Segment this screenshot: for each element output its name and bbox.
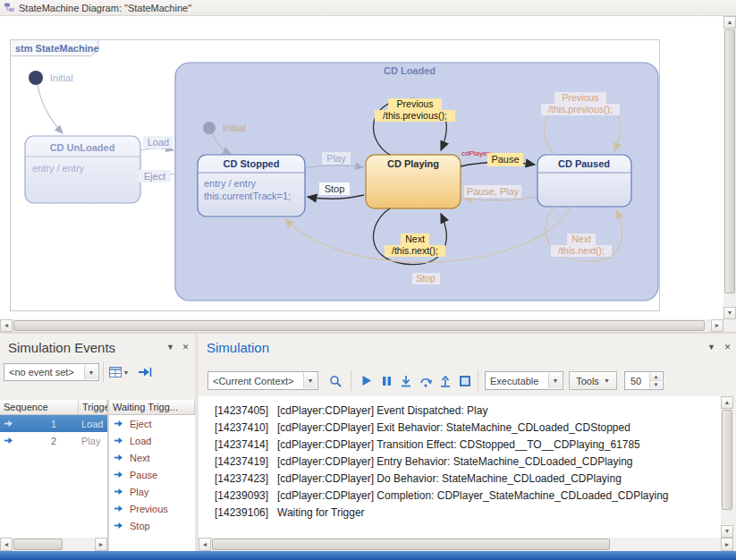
speed-spinner[interactable]: 50 ▲ ▼ (624, 371, 664, 390)
chevron-down-icon[interactable]: ▼ (84, 365, 97, 379)
hscroll-thumb[interactable] (13, 539, 63, 550)
hscroll-thumb[interactable] (212, 539, 610, 550)
trigger-icon (114, 436, 125, 445)
log-message: [cdPlayer:CDPlayer] Exit Behavior: State… (277, 421, 630, 434)
waiting-trigger-load[interactable]: Load (109, 432, 195, 449)
panel-menu-icon[interactable]: ▼ (705, 341, 718, 354)
transition-label-stop[interactable]: Stop (319, 182, 350, 195)
scroll-down-icon[interactable]: ▼ (723, 307, 736, 319)
initial-node-outer[interactable]: Initial (29, 71, 73, 85)
scroll-left-icon[interactable]: ◄ (199, 538, 211, 551)
label-pause-context: cdPlayer: (461, 149, 491, 157)
simulation-log[interactable]: [14237405][cdPlayer:CDPlayer] Event Disp… (199, 396, 721, 538)
event-list-view-button[interactable]: ▼ (106, 363, 131, 381)
log-vscrollbar[interactable]: ▲ ▼ (721, 396, 733, 538)
scroll-right-icon[interactable]: ► (711, 319, 723, 332)
waiting-trigger-pause[interactable]: Pause (109, 466, 195, 483)
scroll-left-icon[interactable]: ◄ (0, 538, 13, 551)
mode-combo[interactable]: Executable ▼ (485, 371, 563, 390)
state-cd-playing[interactable]: CD Playing (366, 155, 461, 208)
waiting-trigger-previous[interactable]: Previous (109, 500, 195, 517)
chevron-down-icon[interactable]: ▼ (548, 373, 562, 388)
transition-label-pause-play[interactable]: Pause, Play (464, 185, 521, 198)
tools-button-label: Tools (576, 376, 599, 386)
log-hscrollbar[interactable]: ◄ ► (199, 538, 733, 551)
step-into-button[interactable] (397, 371, 415, 390)
log-line: [14239106]Waiting for Trigger (199, 504, 721, 521)
label-next-effect-text: /this.next(); (392, 245, 438, 256)
event-set-combo[interactable]: <no event set> ▼ (4, 363, 99, 381)
log-timestamp: [14239106] (215, 506, 277, 519)
scroll-right-icon[interactable]: ► (721, 538, 733, 551)
log-message: [cdPlayer:CDPlayer] Transition Effect: C… (277, 438, 640, 451)
state-title-playing: CD Playing (387, 158, 439, 169)
scroll-up-icon[interactable]: ▲ (723, 16, 736, 29)
run-simulation-button[interactable] (358, 371, 376, 390)
scroll-down-icon[interactable]: ▼ (721, 525, 733, 538)
waiting-trigger-eject[interactable]: Eject (109, 415, 195, 432)
log-message: [cdPlayer:CDPlayer] Do Behavior: StateMa… (277, 472, 622, 485)
transition-initial-to-unloaded[interactable] (38, 85, 63, 133)
hscroll-thumb[interactable] (13, 320, 705, 331)
log-timestamp: [14237419] (215, 455, 277, 468)
panel-close-icon[interactable]: ✕ (179, 341, 192, 354)
vscroll-thumb[interactable] (724, 30, 735, 293)
step-over-button[interactable] (417, 371, 435, 390)
step-out-button[interactable] (436, 371, 454, 390)
transition-label-stop-paused[interactable]: Stop (412, 273, 440, 284)
panel-close-icon[interactable]: ✕ (721, 341, 734, 354)
transition-load[interactable] (140, 148, 173, 150)
grid-icon (109, 366, 122, 378)
event-row-1[interactable]: 1 Load (0, 415, 107, 432)
waiting-trigger-label: Play (130, 487, 148, 497)
spinner-down-icon[interactable]: ▼ (649, 381, 662, 388)
events-hscrollbar[interactable]: ◄ ► (0, 538, 107, 551)
state-cd-stopped[interactable]: CD Stopped entry / entry this.currentTra… (198, 155, 305, 216)
vscroll-thumb[interactable] (722, 410, 732, 510)
chevron-down-icon[interactable]: ▼ (303, 373, 317, 388)
diagram-vscrollbar[interactable]: ▲ ▼ (723, 16, 736, 319)
state-cd-paused[interactable]: CD Paused (537, 155, 631, 207)
context-combo-value: <Current Context> (213, 376, 294, 386)
scroll-left-icon[interactable]: ◄ (0, 319, 13, 332)
diagram-canvas[interactable]: stm StateMachine CD Loaded Initial Initi… (0, 16, 723, 319)
waiting-trigger-stop[interactable]: Stop (109, 517, 195, 534)
initial-node-inner[interactable]: Initial (203, 122, 246, 134)
chevron-down-icon: ▼ (123, 369, 130, 376)
sequence-cell: 2 (0, 436, 79, 446)
diagram-hscrollbar[interactable]: ◄ ► (0, 319, 723, 332)
search-icon (329, 375, 342, 387)
column-header-trigger[interactable]: Trigger (79, 400, 107, 415)
scroll-up-icon[interactable]: ▲ (721, 396, 733, 409)
search-button[interactable] (326, 371, 345, 390)
simulation-panel-header: Simulation ▼ ✕ (199, 334, 736, 361)
trigger-cell: Load (79, 419, 103, 429)
panel-menu-icon[interactable]: ▼ (164, 341, 177, 354)
log-timestamp: [14237410] (215, 421, 277, 434)
log-line: [14237419][cdPlayer:CDPlayer] Entry Beha… (199, 453, 721, 470)
state-cd-unloaded[interactable]: CD UnLoaded entry / entry (25, 136, 140, 203)
bottom-accent-bar (0, 551, 736, 560)
event-row-2[interactable]: 2 Play (0, 432, 107, 449)
column-header-sequence[interactable]: Sequence (0, 400, 79, 415)
trigger-icon (114, 487, 125, 496)
run-event-button[interactable] (136, 363, 154, 381)
waiting-trigger-next[interactable]: Next (109, 449, 195, 466)
context-combo[interactable]: <Current Context> ▼ (207, 371, 318, 390)
tools-button[interactable]: Tools ▼ (569, 371, 617, 390)
simulation-panel-title: Simulation (207, 340, 269, 355)
trigger-icon (114, 470, 125, 479)
waiting-trigger-label: Pause (130, 470, 157, 480)
log-line: [14237405][cdPlayer:CDPlayer] Event Disp… (199, 402, 721, 419)
column-header-waiting[interactable]: Waiting Trigg... (109, 400, 195, 415)
stop-simulation-button[interactable] (456, 371, 474, 390)
sequence-cell: 1 (0, 419, 79, 429)
scroll-right-icon[interactable]: ► (95, 538, 107, 551)
events-panel-title: Simulation Events (8, 340, 115, 355)
transition-label-play[interactable]: Play (322, 152, 351, 165)
transition-label-eject[interactable]: Eject (139, 170, 171, 182)
waiting-trigger-play[interactable]: Play (109, 483, 195, 500)
pause-simulation-button[interactable] (377, 371, 395, 390)
transition-label-load[interactable]: Load (143, 136, 173, 148)
spinner-up-icon[interactable]: ▲ (649, 373, 662, 381)
